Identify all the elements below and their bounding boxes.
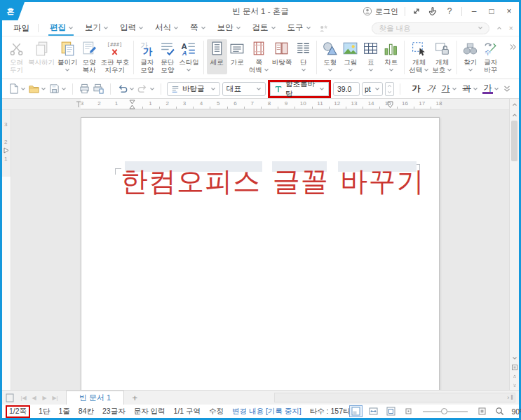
chevron-down-icon [327, 68, 333, 72]
chevron-down-icon [388, 68, 394, 72]
first-tab-button[interactable]: |◀ [18, 395, 29, 401]
find-close-icon[interactable]: × [509, 24, 513, 32]
char-bold-button[interactable]: 가 [411, 83, 421, 94]
ribbon-page-margin-button[interactable]: 쪽여백 [248, 39, 271, 74]
menu-format[interactable]: 서식 [149, 20, 184, 36]
ruler-number: 8 [268, 100, 271, 107]
menu-security[interactable]: 보안 [212, 20, 247, 36]
scroll-right-icon[interactable]: › [507, 393, 509, 402]
font-size-stepper[interactable] [385, 82, 394, 96]
find-collapse-icon[interactable] [496, 26, 502, 30]
find-input[interactable] [378, 23, 475, 33]
zoom-slider[interactable] [423, 411, 468, 412]
ribbon-find-button[interactable]: 찾기 [460, 39, 480, 74]
print-preview-button[interactable] [93, 83, 104, 95]
zoom-in-button[interactable] [476, 406, 488, 416]
ribbon-object-select-button[interactable]: 개체선택 [407, 39, 431, 74]
ribbon-replace-button[interactable]: 수글자바꾸 [480, 39, 501, 74]
font-size-input[interactable]: 39.0 [333, 82, 360, 96]
quickbar-overflow-button[interactable] [503, 85, 510, 93]
undo-button[interactable] [116, 83, 135, 95]
minimize-button[interactable]: – [468, 6, 480, 16]
zoom-out-button[interactable] [402, 406, 414, 416]
char-strike-button[interactable]: 과 [461, 83, 472, 94]
help-button[interactable]: ? [444, 6, 455, 16]
ribbon-paste-button[interactable]: 붙이기 [56, 39, 79, 74]
expand-icon[interactable] [412, 6, 421, 16]
next-tab-button[interactable]: ▶ [39, 395, 50, 401]
ribbon-picture-button[interactable]: 그림 [340, 39, 360, 74]
top-margin-marker[interactable] [4, 147, 10, 155]
scroll-up-icon[interactable] [510, 110, 520, 119]
menu-page[interactable]: 쪽 [184, 20, 212, 36]
scroll-down-icon[interactable] [510, 353, 520, 363]
save-button[interactable] [48, 83, 67, 95]
menu-input[interactable]: 입력 [114, 20, 149, 36]
ribbon-columns-button[interactable]: 단 [293, 39, 313, 74]
step-down-icon[interactable] [386, 89, 393, 95]
char-underline-button[interactable]: 가 [440, 83, 451, 94]
tab-document-1[interactable]: 빈 문서 1 [66, 391, 124, 405]
scrollbar-collapse-button[interactable] [509, 99, 519, 110]
last-tab-button[interactable]: ▶| [50, 395, 60, 401]
fit-page-view-button[interactable] [385, 406, 397, 416]
ribbon-horizontal-button[interactable]: 가로 [227, 39, 248, 74]
ribbon-format-painter-button[interactable]: 모양복사 [79, 39, 100, 74]
document-text[interactable]: 한컴오피스 글꼴 바꾸기 [121, 165, 425, 198]
new-document-button[interactable] [8, 83, 26, 95]
prev-tab-button[interactable]: ◀ [29, 395, 39, 401]
scrollbar-thumb[interactable] [511, 121, 517, 161]
open-button[interactable] [28, 83, 46, 95]
char-italic-button[interactable]: 가 [425, 83, 438, 94]
horizontal-scrollbar[interactable]: › ‖ [274, 393, 515, 402]
chevron-down-icon[interactable] [478, 26, 483, 30]
menu-file[interactable]: 파일 [8, 23, 38, 34]
ribbon-table-button[interactable]: 표 [360, 39, 381, 74]
ribbon-vertical-button[interactable]: 세로 [207, 39, 227, 74]
menu-edit[interactable]: 편집 [44, 20, 79, 36]
ruler-tick [312, 107, 313, 109]
ribbon-shape-button[interactable]: 도형 [320, 39, 340, 74]
preset-combo[interactable]: 대표 [222, 82, 266, 96]
style-combo[interactable]: 바탕글 [167, 82, 220, 96]
ribbon-style-button[interactable]: AA스타일 [177, 39, 201, 74]
document-page[interactable]: 한컴오피스 글꼴 바꾸기 [81, 117, 440, 390]
next-page-icon[interactable] [510, 381, 520, 390]
document-icon[interactable] [6, 393, 18, 402]
chevron-down-icon [424, 68, 429, 72]
size-unit-combo[interactable]: pt [362, 82, 383, 96]
chevron-down-icon [301, 68, 306, 72]
page-layout-view-button[interactable] [350, 406, 362, 416]
fit-width-view-button[interactable] [367, 406, 379, 416]
find-box[interactable] [372, 22, 489, 34]
new-tab-button[interactable]: + [130, 393, 140, 403]
maximize-button[interactable]: □ [486, 6, 497, 16]
ribbon-object-protect-button[interactable]: 개체보호 [431, 39, 454, 74]
touch-mode-icon[interactable] [428, 6, 438, 16]
vertical-scrollbar[interactable] [509, 110, 519, 390]
status-change-tracking[interactable]: 변경 내용 [기록 중지] [232, 407, 302, 416]
menu-review[interactable]: 검토 [247, 20, 282, 36]
ribbon-erase-marks-button[interactable]: [###]조판 부호지우기 [100, 39, 131, 74]
ribbon-overflow-button[interactable] [509, 43, 516, 52]
page-navigator-icon[interactable] [510, 363, 520, 372]
close-button[interactable]: × [503, 6, 515, 16]
menu-tools[interactable]: 도구 [282, 20, 317, 36]
ribbon-para-shape-button[interactable]: 문단모양 [157, 39, 177, 74]
ribbon-master-page-button[interactable]: 바탕쪽 [271, 39, 294, 74]
previous-page-icon[interactable] [510, 372, 520, 381]
char-font-color-button[interactable]: 가 [482, 83, 493, 94]
menu-view[interactable]: 보기 [79, 20, 114, 36]
zoom-level[interactable]: 90% [511, 407, 521, 416]
step-up-icon[interactable] [386, 83, 393, 89]
ribbon-char-shape-button[interactable]: 가가글자모양 [137, 39, 157, 74]
print-button[interactable] [79, 83, 90, 95]
indent-marker[interactable] [129, 100, 135, 111]
zoom-slider-knob[interactable] [441, 408, 447, 414]
font-combo[interactable]: 함초롬바탕 [270, 82, 329, 96]
login-button[interactable]: 로그인 [363, 6, 398, 17]
splitter-handle[interactable]: ‖ [510, 393, 513, 402]
ribbon-chart-button[interactable]: 차트 [381, 39, 401, 74]
hancom-assist-icon[interactable] [318, 23, 329, 34]
magnifier-icon[interactable] [494, 406, 506, 416]
